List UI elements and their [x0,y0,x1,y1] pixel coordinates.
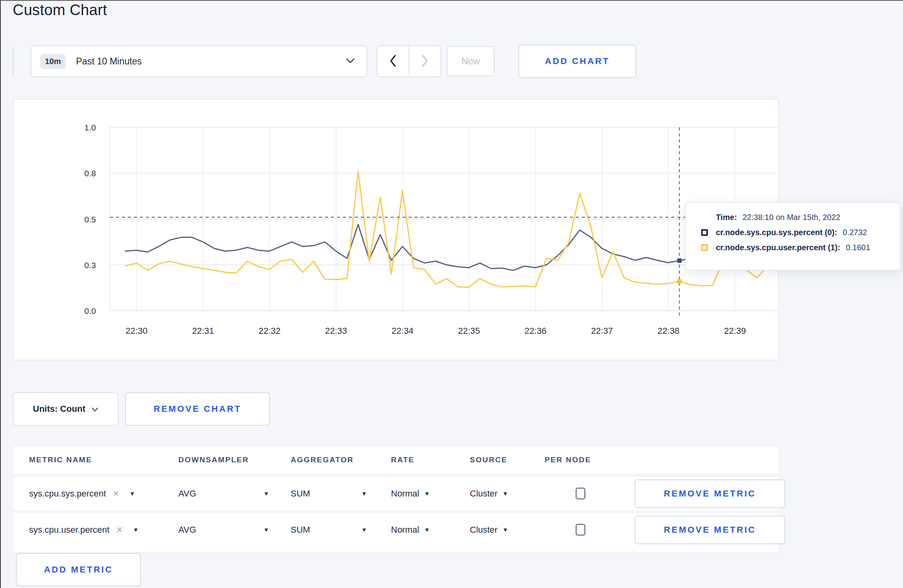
time-forward-button[interactable] [409,46,440,76]
metrics-table: METRIC NAME DOWNSAMPLER AGGREGATOR RATE … [13,446,779,552]
metrics-table-header: METRIC NAME DOWNSAMPLER AGGREGATOR RATE … [13,446,779,474]
chevron-down-icon [92,404,98,414]
dropdown-arrow-icon: ▼ [424,491,430,496]
dropdown-arrow-icon: ▼ [361,527,367,533]
dropdown-arrow-icon: ▼ [263,527,269,533]
dropdown-arrow-icon: ▼ [424,527,430,533]
metric-dropdown-icon[interactable]: ▼ [129,491,135,496]
add-metric-button[interactable]: ADD METRIC [16,553,141,586]
chevron-right-icon [420,54,429,69]
time-range-label: Past 10 Minutes [76,56,346,67]
dropdown-arrow-icon: ▼ [361,491,367,496]
dropdown-arrow-icon: ▼ [263,491,269,496]
svg-text:0.3: 0.3 [84,261,96,270]
svg-text:0.0: 0.0 [84,306,96,315]
metric-row: sys.cpu.sys.percent × ▼ AVG ▼ SUM ▼ Norm… [13,474,779,510]
metric-name-value: sys.cpu.user.percent [29,525,109,535]
col-header-rate: RATE [391,456,470,464]
remove-metric-button[interactable]: REMOVE METRIC [635,516,785,544]
clear-metric-icon[interactable]: × [117,525,123,535]
remove-metric-button[interactable]: REMOVE METRIC [635,479,785,508]
svg-text:22:38: 22:38 [657,326,679,336]
per-node-checkbox[interactable] [576,524,585,535]
tooltip-series-value: 0.2732 [843,228,867,237]
svg-text:22:33: 22:33 [325,326,347,336]
svg-text:0.8: 0.8 [84,169,96,178]
sys-series-swatch-icon [701,229,708,236]
chart-tooltip: Time: 22:38:10 on Mar 15th, 2022 cr.node… [685,202,901,271]
downsampler-select[interactable]: AVG ▼ [178,489,269,499]
dropdown-arrow-icon: ▼ [502,491,508,496]
time-pager [377,45,441,77]
now-button[interactable]: Now [447,46,494,76]
per-node-checkbox[interactable] [576,488,585,499]
time-range-select[interactable]: 10m Past 10 Minutes [31,45,367,77]
user-series-swatch-icon [701,244,708,251]
source-select[interactable]: Cluster ▼ [470,489,545,499]
units-select[interactable]: Units: Count [13,392,119,426]
metric-row: sys.cpu.user.percent × ▼ AVG ▼ SUM ▼ Nor… [13,510,779,546]
col-header-downsampler: DOWNSAMPLER [178,456,291,464]
col-header-per-node: PER NODE [545,456,623,464]
remove-chart-button[interactable]: REMOVE CHART [125,392,270,426]
col-header-source: SOURCE [470,456,545,464]
toolbar-divider [13,46,14,77]
aggregator-select[interactable]: SUM ▼ [291,525,367,535]
svg-text:22:31: 22:31 [192,326,214,336]
svg-text:0.5: 0.5 [84,215,96,224]
source-select[interactable]: Cluster ▼ [470,525,545,535]
page-title: Custom Chart [13,2,107,19]
tooltip-time-value: 22:38:10 on Mar 15th, 2022 [743,213,840,222]
svg-text:22:32: 22:32 [258,326,280,336]
units-label: Units: Count [33,404,86,414]
rate-select[interactable]: Normal ▼ [391,525,470,535]
metric-name-value: sys.cpu.sys.percent [29,489,106,499]
chart-card: 0.00.30.50.81.022:3022:3122:3222:3322:34… [13,99,779,360]
chevron-left-icon [389,54,397,69]
tooltip-series-label: cr.node.sys.cpu.sys.percent (0): [716,228,837,237]
col-header-metric-name: METRIC NAME [29,456,178,464]
time-back-button[interactable] [377,46,409,76]
tooltip-series-label: cr.node.sys.cpu.user.percent (1): [716,243,840,252]
tooltip-time-row: Time: 22:38:10 on Mar 15th, 2022 [701,213,896,222]
svg-text:22:37: 22:37 [591,326,613,336]
chevron-down-icon [346,58,355,65]
tooltip-time-label: Time: [716,213,737,222]
col-header-aggregator: AGGREGATOR [291,456,391,464]
svg-text:22:39: 22:39 [724,326,746,336]
downsampler-select[interactable]: AVG ▼ [178,525,269,535]
rate-select[interactable]: Normal ▼ [391,489,470,499]
tooltip-series-row: cr.node.sys.cpu.user.percent (1): 0.1601 [701,243,896,252]
dropdown-arrow-icon: ▼ [502,527,508,533]
metric-dropdown-icon[interactable]: ▼ [133,527,139,533]
custom-chart-page: Custom Chart 10m Past 10 Minutes Now ADD… [0,0,903,588]
svg-text:22:30: 22:30 [125,326,147,336]
add-chart-button[interactable]: ADD CHART [518,45,636,78]
clear-metric-icon[interactable]: × [113,489,119,498]
timeseries-chart[interactable]: 0.00.30.50.81.022:3022:3122:3222:3322:34… [14,99,778,360]
svg-text:22:34: 22:34 [391,326,413,336]
aggregator-select[interactable]: SUM ▼ [291,489,367,499]
svg-text:22:36: 22:36 [524,326,546,336]
tooltip-series-row: cr.node.sys.cpu.sys.percent (0): 0.2732 [701,228,896,237]
svg-text:1.0: 1.0 [84,123,96,132]
time-range-badge: 10m [40,54,66,69]
tooltip-series-value: 0.1601 [846,243,870,252]
svg-text:22:35: 22:35 [458,326,480,336]
